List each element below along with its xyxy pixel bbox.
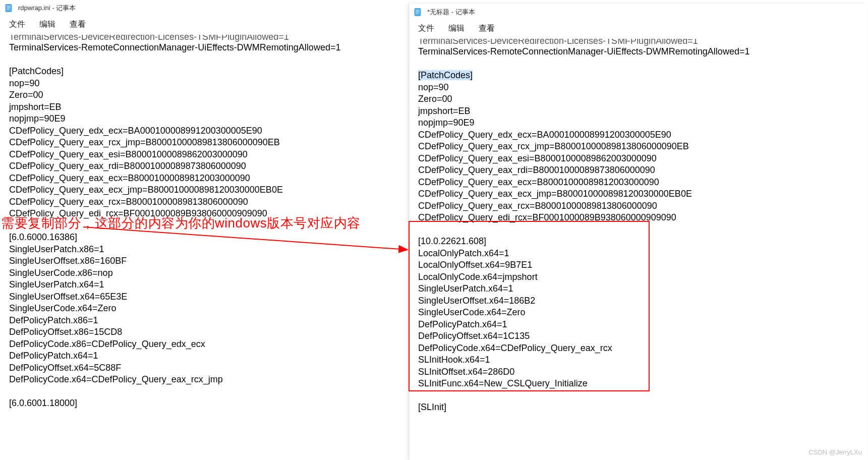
editor-line: nop=90 xyxy=(9,78,399,90)
editor-line: CDefPolicy_Query_eax_esi=B80001000089862… xyxy=(9,149,399,161)
editor-line: SingleUserOffset.x64=186B2 xyxy=(418,295,858,307)
editor-line: SLInitFunc.x64=New_CSLQuery_Initialize xyxy=(418,378,858,390)
editor-line: [6.0.6001.18000] xyxy=(9,397,399,410)
editor-line: [PatchCodes] xyxy=(9,66,399,78)
editor-line: SingleUserCode.x64=Zero xyxy=(418,307,858,319)
titlebar-right[interactable]: *无标题 - 记事本 xyxy=(409,4,867,20)
annotation-label: 需要复制部分，这部分的内容为你的windows版本号对应内容 xyxy=(1,214,361,232)
editor-line: TerminalServices-RemoteConnectionManager… xyxy=(9,42,399,54)
editor-line: [10.0.22621.608] xyxy=(418,236,858,248)
editor-line: DefPolicyCode.x64=CDefPolicy_Query_eax_r… xyxy=(418,342,858,355)
editor-line: DefPolicyPatch.x86=1 xyxy=(9,315,399,327)
menu-file-left[interactable]: 文件 xyxy=(9,19,25,30)
editor-line: DefPolicyOffset.x64=5C88F xyxy=(9,362,399,374)
editor-line: CDefPolicy_Query_eax_ecx=B80001000089812… xyxy=(9,172,399,185)
editor-line: CDefPolicy_Query_edx_ecx=BA0001000089912… xyxy=(418,129,858,141)
editor-line: SLInitHook.x64=1 xyxy=(418,354,858,366)
menu-edit-left[interactable]: 编辑 xyxy=(39,19,55,30)
menubar-left: 文件 编辑 查看 xyxy=(0,16,409,34)
editor-line: TerminalServices-RemoteConnectionManager… xyxy=(418,46,858,58)
editor-line: CDefPolicy_Query_eax_ecx_jmp=B8000100008… xyxy=(418,188,858,200)
editor-line: Zero=00 xyxy=(418,93,858,105)
svg-rect-4 xyxy=(415,9,421,16)
editor-line xyxy=(9,386,399,398)
editor-line: DefPolicyOffset.x64=1C135 xyxy=(418,330,858,342)
notepad-icon xyxy=(413,8,422,17)
menu-view-left[interactable]: 查看 xyxy=(70,19,86,30)
editor-line: jmpshort=EB xyxy=(418,105,858,118)
menu-edit-right[interactable]: 编辑 xyxy=(448,23,465,34)
editor-line: [6.0.6000.16386] xyxy=(9,232,399,244)
watermark-text: CSDN @JerryLXu xyxy=(808,448,862,456)
editor-line: DefPolicyPatch.x64=1 xyxy=(9,350,399,362)
editor-line: SLInitOffset.x64=286D0 xyxy=(418,366,858,378)
notepad-icon xyxy=(4,4,13,13)
editor-line: CDefPolicy_Query_eax_rcx_jmp=B8000100008… xyxy=(418,141,858,153)
editor-line: DefPolicyCode.x86=CDefPolicy_Query_edx_e… xyxy=(9,338,399,351)
editor-line: LocalOnlyCode.x64=jmpshort xyxy=(418,271,858,283)
notepad-window-right: *无标题 - 记事本 文件 编辑 查看 TerminalServices-Dev… xyxy=(409,4,867,460)
editor-line: CDefPolicy_Query_eax_ecx=B80001000089812… xyxy=(418,177,858,189)
titlebar-left[interactable]: rdpwrap.ini - 记事本 xyxy=(0,0,409,16)
editor-line: [SLInit] xyxy=(418,401,858,414)
editor-line: SingleUserPatch.x64=1 xyxy=(9,279,399,291)
editor-line: nopjmp=90E9 xyxy=(9,113,399,125)
svg-rect-0 xyxy=(6,5,12,12)
editor-line: SingleUserCode.x64=Zero xyxy=(9,303,399,315)
editor-line: SingleUserOffset.x64=65E3E xyxy=(9,291,399,303)
editor-line: CDefPolicy_Query_eax_esi=B80001000089862… xyxy=(418,153,858,165)
editor-area-right[interactable]: TerminalServices-DeviceRedirection-Licen… xyxy=(409,38,867,415)
editor-line: CDefPolicy_Query_eax_rcx=B80001000089813… xyxy=(9,196,399,208)
editor-line: CDefPolicy_Query_eax_rcx=B80001000089813… xyxy=(418,200,858,212)
editor-line: SingleUserOffset.x86=160BF xyxy=(9,255,399,267)
editor-line: CDefPolicy_Query_eax_rcx_jmp=B8000100008… xyxy=(9,137,399,149)
editor-line xyxy=(9,54,399,66)
editor-line: nopjmp=90E9 xyxy=(418,117,858,129)
editor-line xyxy=(418,224,858,236)
editor-line xyxy=(418,58,858,70)
editor-line: TerminalServices-DeviceRedirection-Licen… xyxy=(418,39,858,46)
editor-line: LocalOnlyPatch.x64=1 xyxy=(418,248,858,260)
editor-line: jmpshort=EB xyxy=(9,101,399,113)
editor-line: DefPolicyOffset.x86=15CD8 xyxy=(9,326,399,338)
menu-file-right[interactable]: 文件 xyxy=(418,23,434,34)
menu-view-right[interactable]: 查看 xyxy=(479,23,495,34)
window-title-left: rdpwrap.ini - 记事本 xyxy=(18,4,76,13)
editor-line-selected: [PatchCodes] xyxy=(418,70,858,82)
menubar-right: 文件 编辑 查看 xyxy=(409,20,867,38)
editor-line xyxy=(418,390,858,402)
editor-line: CDefPolicy_Query_edi_rcx=BF0001000089B93… xyxy=(418,212,858,224)
editor-line: CDefPolicy_Query_eax_ecx_jmp=B8000100008… xyxy=(9,184,399,196)
editor-line: SingleUserPatch.x64=1 xyxy=(418,283,858,295)
window-title-right: *无标题 - 记事本 xyxy=(427,8,475,17)
editor-line: LocalOnlyOffset.x64=9B7E1 xyxy=(418,259,858,271)
editor-line: Zero=00 xyxy=(9,89,399,101)
editor-line: SingleUserCode.x86=nop xyxy=(9,267,399,279)
editor-line: CDefPolicy_Query_edx_ecx=BA0001000089912… xyxy=(9,125,399,137)
editor-line: CDefPolicy_Query_eax_rdi=B80001000089873… xyxy=(418,164,858,177)
editor-line: SingleUserPatch.x86=1 xyxy=(9,244,399,256)
editor-line: nop=90 xyxy=(418,82,858,94)
editor-line: CDefPolicy_Query_eax_rdi=B80001000089873… xyxy=(9,160,399,172)
editor-line: TerminalServices-DeviceRedirection-Licen… xyxy=(9,35,399,42)
editor-line: DefPolicyCode.x64=CDefPolicy_Query_eax_r… xyxy=(9,374,399,386)
editor-line: DefPolicyPatch.x64=1 xyxy=(418,319,858,331)
